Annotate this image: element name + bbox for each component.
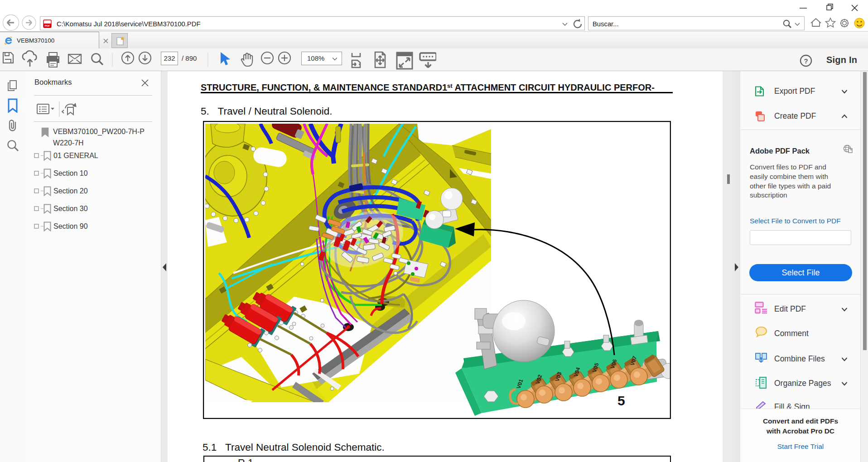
svg-text:PDF: PDF [45,24,50,27]
svg-text:?: ? [804,57,808,65]
svg-text:5: 5 [617,393,625,408]
